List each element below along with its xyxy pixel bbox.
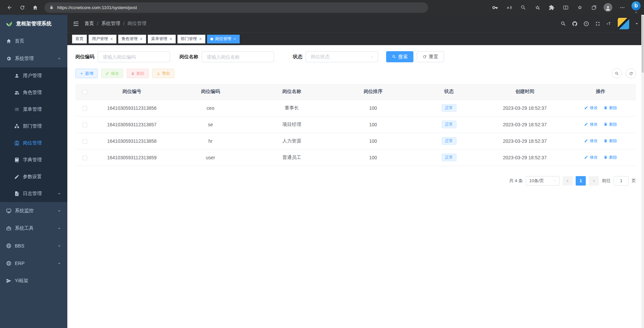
address-url[interactable]: https://ccnetcore.com:1101/system/post: [57, 5, 137, 10]
search-button[interactable]: 搜索: [386, 51, 413, 62]
sidebar-item-dict-mgmt[interactable]: 字典管理: [0, 152, 67, 168]
goto-unit-label: 页: [632, 178, 636, 184]
tab-menu-mgmt[interactable]: 菜单管理: [148, 35, 176, 43]
page-size-select[interactable]: 10条/页: [526, 176, 560, 186]
tab-role-mgmt[interactable]: 角色管理: [118, 35, 146, 43]
zoom-icon[interactable]: [517, 1, 529, 13]
row-edit-button[interactable]: 修改: [584, 122, 598, 127]
refresh-table-button[interactable]: [626, 68, 636, 78]
page-number-button[interactable]: 1: [576, 176, 586, 186]
page-scrollbar[interactable]: [641, 15, 644, 328]
header-search-icon[interactable]: [561, 21, 566, 27]
sidebar-item-user-mgmt[interactable]: 用户管理: [0, 67, 67, 84]
paper-plane-icon: [6, 278, 11, 284]
tab-close-icon[interactable]: [233, 37, 236, 40]
table-row[interactable]: 1641030593112313859 user 普通员工 100 正常 202…: [75, 149, 636, 166]
row-checkbox[interactable]: [82, 106, 87, 111]
sidebar-item-log-mgmt[interactable]: 日志管理: [0, 185, 67, 202]
add-button[interactable]: 新增: [75, 69, 98, 78]
status-select[interactable]: 岗位状态: [306, 51, 378, 62]
github-icon[interactable]: [572, 21, 578, 27]
edit-button[interactable]: 修改: [101, 69, 123, 78]
tab-close-icon[interactable]: [110, 37, 113, 40]
browser-home-button[interactable]: [29, 1, 41, 13]
browser-refresh-button[interactable]: [16, 1, 28, 13]
reset-button[interactable]: 重置: [417, 51, 444, 62]
read-aloud-icon[interactable]: A: [503, 1, 515, 13]
browser-menu-icon[interactable]: [616, 1, 628, 13]
tab-home[interactable]: 首页: [72, 35, 87, 43]
scrollbar-thumb[interactable]: [642, 15, 644, 73]
app-logo[interactable]: 意框架管理系统: [0, 15, 67, 32]
user-avatar[interactable]: [618, 18, 629, 29]
address-bar[interactable]: https://ccnetcore.com:1101/system/post: [44, 2, 428, 13]
site-info-lock-icon[interactable]: [49, 5, 54, 10]
goto-page-input[interactable]: [614, 176, 629, 186]
table-row[interactable]: 1641030593112313858 hr 人力资源 100 正常 2023-…: [75, 133, 636, 149]
collections-icon[interactable]: [588, 1, 600, 13]
row-edit-button[interactable]: 修改: [584, 105, 598, 111]
sidebar-item-post-mgmt[interactable]: 岗位管理: [0, 135, 67, 152]
sidebar-item-param-settings[interactable]: 参数设置: [0, 168, 67, 185]
table-row[interactable]: 1641030593112313857 se 项目经理 100 正常 2023-…: [75, 116, 636, 133]
tab-close-icon[interactable]: [199, 37, 202, 40]
sidebar-item-erp[interactable]: ERP: [0, 255, 67, 272]
fullscreen-icon[interactable]: [595, 21, 601, 27]
sidebar-item-system-mgmt[interactable]: 系统管理: [0, 50, 67, 67]
tab-label: 岗位管理: [215, 36, 231, 42]
tab-close-icon[interactable]: [140, 37, 143, 40]
bing-copilot-button[interactable]: b: [632, 1, 641, 14]
help-icon[interactable]: ?: [583, 21, 589, 27]
post-code-input[interactable]: [98, 51, 170, 62]
sidebar-item-menu-mgmt[interactable]: 菜单管理: [0, 101, 67, 118]
search-icon: [392, 55, 396, 59]
add-favorite-star-icon[interactable]: [531, 1, 543, 13]
svg-text:T: T: [607, 23, 608, 26]
sidebar-item-role-mgmt[interactable]: 角色管理: [0, 84, 67, 101]
delete-button[interactable]: 删除: [127, 69, 149, 78]
toggle-search-button[interactable]: [612, 68, 622, 78]
next-page-button[interactable]: [589, 176, 599, 186]
sidebar-item-home[interactable]: 首页: [0, 32, 67, 50]
trash-icon: [131, 72, 135, 75]
sidebar-item-yi-framework[interactable]: Yi框架: [0, 272, 67, 290]
row-checkbox[interactable]: [82, 139, 87, 144]
row-delete-button[interactable]: 删除: [604, 105, 617, 111]
menu-list-icon: [14, 107, 20, 112]
table-row[interactable]: 1641030593112313856 ceo 董事长 100 正常 2023-…: [75, 100, 636, 116]
avatar-dropdown-caret-icon[interactable]: [635, 22, 639, 26]
sidebar-item-system-monitor[interactable]: 系统监控: [0, 202, 67, 220]
favorites-icon[interactable]: [574, 1, 586, 13]
select-all-checkbox[interactable]: [82, 90, 87, 94]
row-delete-button[interactable]: 删除: [604, 138, 617, 144]
breadcrumb-home[interactable]: 首页: [84, 21, 94, 27]
sidebar-item-system-tools[interactable]: 系统工具: [0, 220, 67, 237]
page-content: 岗位编码 岗位名称 状态 岗位状态: [67, 45, 644, 328]
browser-profile-avatar[interactable]: [602, 1, 614, 13]
sidebar-item-bbs[interactable]: BBS: [0, 237, 67, 255]
password-key-icon[interactable]: [489, 1, 501, 13]
split-screen-icon[interactable]: [560, 1, 572, 13]
row-delete-button[interactable]: 删除: [604, 122, 617, 127]
tab-dept-mgmt[interactable]: 部门管理: [177, 35, 205, 43]
monitor-icon: [6, 208, 11, 214]
browser-back-button[interactable]: [3, 1, 15, 13]
tab-user-mgmt[interactable]: 用户管理: [89, 35, 116, 43]
chevron-down-icon: [370, 55, 374, 59]
tab-post-mgmt[interactable]: 岗位管理: [207, 35, 240, 43]
tab-close-icon[interactable]: [169, 37, 172, 40]
post-name-input[interactable]: [202, 51, 274, 62]
row-checkbox[interactable]: [82, 123, 87, 127]
row-checkbox[interactable]: [82, 156, 87, 160]
sidebar-item-dept-mgmt[interactable]: 部门管理: [0, 118, 67, 135]
row-edit-button[interactable]: 修改: [584, 155, 598, 160]
export-button[interactable]: 导出: [152, 69, 174, 78]
bing-icon: b: [632, 1, 641, 10]
breadcrumb-system-mgmt[interactable]: 系统管理: [101, 21, 120, 27]
row-edit-button[interactable]: 修改: [584, 138, 598, 144]
prev-page-button[interactable]: [563, 176, 573, 186]
font-size-icon[interactable]: TT: [606, 21, 612, 27]
row-delete-button[interactable]: 删除: [604, 155, 617, 160]
extensions-icon[interactable]: [545, 1, 557, 13]
sidebar-toggle[interactable]: [73, 21, 79, 27]
